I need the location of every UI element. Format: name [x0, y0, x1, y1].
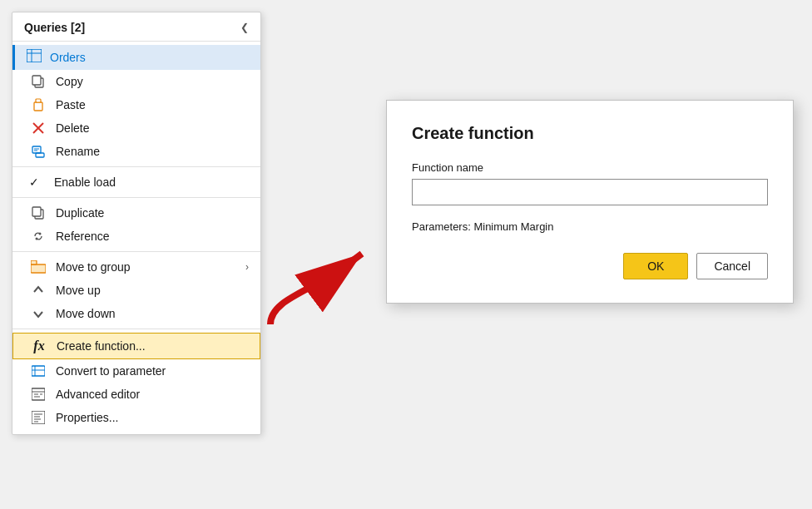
duplicate-icon	[29, 206, 47, 220]
selected-query-item[interactable]: Orders	[12, 45, 260, 70]
create-function-label: Create function...	[57, 339, 248, 353]
menu-item-move-up[interactable]: Move up	[12, 279, 260, 302]
divider-2	[12, 197, 260, 198]
menu-item-move-down[interactable]: Move down	[12, 302, 260, 325]
move-group-icon	[29, 260, 47, 274]
reference-icon	[29, 230, 47, 243]
menu-item-duplicate[interactable]: Duplicate	[12, 201, 260, 225]
delete-label: Delete	[56, 121, 249, 135]
svg-rect-27	[32, 411, 45, 424]
svg-rect-18	[31, 260, 37, 264]
paste-label: Paste	[56, 98, 249, 111]
move-to-group-arrow-icon: ›	[245, 261, 249, 273]
menu-item-copy[interactable]: Copy	[12, 70, 260, 93]
move-down-icon	[29, 308, 47, 319]
create-function-dialog: Create function Function name Parameters…	[386, 100, 794, 304]
menu-item-enable-load[interactable]: ✓ Enable load	[12, 170, 260, 194]
svg-rect-5	[34, 102, 42, 111]
svg-rect-4	[32, 76, 41, 85]
properties-label: Properties...	[56, 411, 249, 424]
menu-item-create-function[interactable]: fx Create function...	[12, 333, 260, 359]
rename-icon	[29, 145, 47, 158]
menu-item-move-to-group[interactable]: Move to group ›	[12, 255, 260, 279]
paste-icon	[29, 98, 47, 111]
advanced-editor-label: Advanced editor	[56, 388, 249, 401]
svg-rect-19	[32, 366, 45, 376]
pointer-arrow	[245, 233, 399, 333]
duplicate-label: Duplicate	[56, 206, 249, 220]
reference-label: Reference	[56, 230, 249, 243]
divider-1	[12, 166, 260, 167]
move-up-icon	[29, 284, 47, 296]
dialog-title: Create function	[412, 124, 768, 143]
function-name-input[interactable]	[412, 179, 768, 205]
svg-rect-6	[36, 99, 41, 102]
convert-icon	[29, 364, 47, 378]
copy-icon	[29, 75, 47, 88]
copy-label: Copy	[56, 75, 249, 88]
move-up-label: Move up	[56, 284, 249, 297]
enable-load-check: ✓	[29, 175, 46, 189]
menu-item-delete[interactable]: Delete	[12, 116, 260, 140]
rename-label: Rename	[56, 145, 249, 158]
svg-rect-9	[32, 146, 41, 153]
orders-table-icon	[27, 49, 42, 66]
context-menu: Queries [2] ❮ Orders Copy	[12, 12, 261, 435]
delete-icon	[29, 121, 47, 135]
properties-icon	[29, 411, 47, 424]
divider-3	[12, 251, 260, 252]
collapse-icon[interactable]: ❮	[240, 22, 249, 33]
menu-item-paste[interactable]: Paste	[12, 93, 260, 116]
menu-item-advanced-editor[interactable]: Advanced editor	[12, 383, 260, 406]
svg-point-15	[39, 233, 42, 235]
svg-rect-0	[27, 49, 42, 62]
svg-point-16	[36, 238, 38, 240]
menu-item-rename[interactable]: Rename	[12, 140, 260, 163]
svg-rect-10	[36, 153, 44, 157]
orders-label: Orders	[50, 51, 86, 64]
menu-title: Queries [2]	[24, 21, 85, 34]
move-to-group-label: Move to group	[56, 260, 245, 274]
move-down-label: Move down	[56, 307, 249, 320]
function-name-label: Function name	[412, 161, 768, 174]
menu-item-reference[interactable]: Reference	[12, 225, 260, 248]
svg-rect-17	[31, 264, 46, 273]
menu-item-properties[interactable]: Properties...	[12, 406, 260, 429]
enable-load-label: Enable load	[54, 175, 249, 189]
advanced-editor-icon	[29, 388, 47, 401]
menu-item-convert-to-param[interactable]: Convert to parameter	[12, 359, 260, 383]
cancel-button[interactable]: Cancel	[696, 253, 768, 279]
dialog-params-label: Parameters: Minimum Margin	[412, 220, 768, 233]
svg-rect-14	[32, 207, 41, 216]
convert-to-param-label: Convert to parameter	[56, 364, 249, 378]
divider-4	[12, 329, 260, 329]
ok-button[interactable]: OK	[623, 253, 688, 279]
menu-header: Queries [2] ❮	[12, 12, 260, 42]
create-function-icon: fx	[30, 339, 48, 353]
dialog-buttons: OK Cancel	[412, 253, 768, 279]
